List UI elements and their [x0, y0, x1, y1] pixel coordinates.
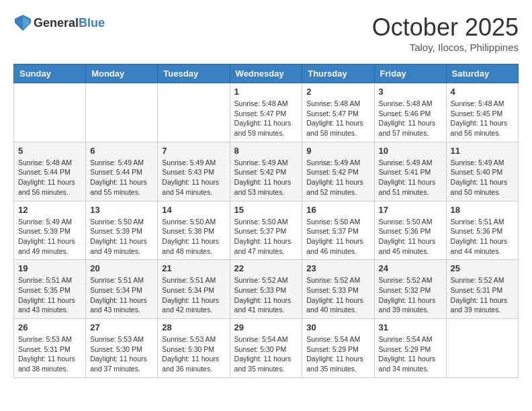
day-number: 26 [18, 322, 81, 332]
day-number: 25 [451, 263, 514, 273]
table-row: 27Sunrise: 5:53 AM Sunset: 5:30 PM Dayli… [86, 319, 158, 378]
calendar-table: Sunday Monday Tuesday Wednesday Thursday… [13, 64, 519, 378]
day-number: 12 [18, 205, 81, 215]
table-row: 16Sunrise: 5:50 AM Sunset: 5:37 PM Dayli… [302, 201, 374, 260]
logo: GeneralBlue [13, 13, 105, 32]
day-info: Sunrise: 5:51 AM Sunset: 5:35 PM Dayligh… [18, 275, 81, 315]
table-row: 25Sunrise: 5:52 AM Sunset: 5:31 PM Dayli… [446, 260, 518, 319]
table-row: 8Sunrise: 5:49 AM Sunset: 5:42 PM Daylig… [230, 142, 302, 201]
table-row: 29Sunrise: 5:54 AM Sunset: 5:30 PM Dayli… [230, 319, 302, 378]
day-number: 5 [18, 146, 81, 156]
table-row [158, 83, 230, 142]
day-info: Sunrise: 5:49 AM Sunset: 5:43 PM Dayligh… [162, 158, 225, 197]
day-number: 29 [234, 322, 298, 332]
table-row: 18Sunrise: 5:51 AM Sunset: 5:36 PM Dayli… [446, 201, 518, 260]
day-info: Sunrise: 5:49 AM Sunset: 5:44 PM Dayligh… [90, 158, 153, 197]
table-row: 5Sunrise: 5:48 AM Sunset: 5:44 PM Daylig… [14, 142, 86, 201]
day-info: Sunrise: 5:51 AM Sunset: 5:34 PM Dayligh… [90, 275, 153, 315]
calendar-week-5: 26Sunrise: 5:53 AM Sunset: 5:31 PM Dayli… [14, 319, 519, 378]
table-row: 30Sunrise: 5:54 AM Sunset: 5:29 PM Dayli… [302, 319, 374, 378]
header-wednesday: Wednesday [230, 64, 302, 83]
day-info: Sunrise: 5:53 AM Sunset: 5:30 PM Dayligh… [90, 334, 153, 374]
header-tuesday: Tuesday [158, 64, 230, 83]
day-number: 7 [162, 146, 225, 156]
day-info: Sunrise: 5:50 AM Sunset: 5:36 PM Dayligh… [379, 217, 442, 257]
table-row: 20Sunrise: 5:51 AM Sunset: 5:34 PM Dayli… [86, 260, 158, 319]
table-row: 28Sunrise: 5:53 AM Sunset: 5:30 PM Dayli… [158, 319, 230, 378]
table-row: 22Sunrise: 5:52 AM Sunset: 5:33 PM Dayli… [230, 260, 302, 319]
table-row: 7Sunrise: 5:49 AM Sunset: 5:43 PM Daylig… [158, 142, 230, 201]
logo-icon [13, 13, 32, 32]
calendar-week-1: 1Sunrise: 5:48 AM Sunset: 5:47 PM Daylig… [14, 83, 519, 142]
day-info: Sunrise: 5:50 AM Sunset: 5:37 PM Dayligh… [234, 217, 298, 257]
day-info: Sunrise: 5:48 AM Sunset: 5:47 PM Dayligh… [306, 99, 369, 138]
day-info: Sunrise: 5:52 AM Sunset: 5:32 PM Dayligh… [379, 275, 442, 315]
day-info: Sunrise: 5:52 AM Sunset: 5:33 PM Dayligh… [234, 275, 298, 315]
day-number: 8 [234, 146, 298, 156]
day-info: Sunrise: 5:54 AM Sunset: 5:30 PM Dayligh… [234, 334, 298, 374]
day-info: Sunrise: 5:48 AM Sunset: 5:44 PM Dayligh… [18, 158, 81, 197]
day-number: 1 [234, 87, 298, 97]
day-info: Sunrise: 5:48 AM Sunset: 5:47 PM Dayligh… [234, 99, 298, 138]
day-number: 24 [379, 263, 442, 273]
day-info: Sunrise: 5:49 AM Sunset: 5:42 PM Dayligh… [234, 158, 298, 197]
day-number: 15 [234, 205, 298, 215]
day-number: 6 [90, 146, 153, 156]
table-row [446, 319, 518, 378]
table-row: 1Sunrise: 5:48 AM Sunset: 5:47 PM Daylig… [230, 83, 302, 142]
day-number: 27 [90, 322, 153, 332]
day-info: Sunrise: 5:54 AM Sunset: 5:29 PM Dayligh… [306, 334, 369, 374]
logo-text-blue: Blue [79, 16, 105, 30]
page-header: GeneralBlue October 2025 Taloy, Ilocos, … [13, 13, 519, 53]
location-subtitle: Taloy, Ilocos, Philippines [372, 42, 519, 53]
day-info: Sunrise: 5:49 AM Sunset: 5:41 PM Dayligh… [379, 158, 442, 197]
table-row [14, 83, 86, 142]
table-row: 10Sunrise: 5:49 AM Sunset: 5:41 PM Dayli… [374, 142, 446, 201]
table-row: 13Sunrise: 5:50 AM Sunset: 5:39 PM Dayli… [86, 201, 158, 260]
day-info: Sunrise: 5:49 AM Sunset: 5:42 PM Dayligh… [306, 158, 369, 197]
month-title: October 2025 [372, 13, 519, 42]
table-row: 17Sunrise: 5:50 AM Sunset: 5:36 PM Dayli… [374, 201, 446, 260]
day-number: 18 [451, 205, 514, 215]
day-info: Sunrise: 5:54 AM Sunset: 5:29 PM Dayligh… [379, 334, 442, 374]
day-number: 4 [451, 87, 514, 97]
day-number: 31 [379, 322, 442, 332]
day-info: Sunrise: 5:50 AM Sunset: 5:37 PM Dayligh… [306, 217, 369, 257]
day-info: Sunrise: 5:50 AM Sunset: 5:39 PM Dayligh… [90, 217, 153, 257]
day-number: 30 [306, 322, 369, 332]
table-row: 3Sunrise: 5:48 AM Sunset: 5:46 PM Daylig… [374, 83, 446, 142]
calendar-week-3: 12Sunrise: 5:49 AM Sunset: 5:39 PM Dayli… [14, 201, 519, 260]
header-thursday: Thursday [302, 64, 374, 83]
day-info: Sunrise: 5:49 AM Sunset: 5:39 PM Dayligh… [18, 217, 81, 257]
day-info: Sunrise: 5:49 AM Sunset: 5:40 PM Dayligh… [451, 158, 514, 197]
table-row: 4Sunrise: 5:48 AM Sunset: 5:45 PM Daylig… [446, 83, 518, 142]
day-info: Sunrise: 5:52 AM Sunset: 5:31 PM Dayligh… [451, 275, 514, 315]
table-row: 15Sunrise: 5:50 AM Sunset: 5:37 PM Dayli… [230, 201, 302, 260]
table-row: 26Sunrise: 5:53 AM Sunset: 5:31 PM Dayli… [14, 319, 86, 378]
day-number: 16 [306, 205, 369, 215]
day-number: 3 [379, 87, 442, 97]
day-number: 13 [90, 205, 153, 215]
header-monday: Monday [86, 64, 158, 83]
calendar-week-4: 19Sunrise: 5:51 AM Sunset: 5:35 PM Dayli… [14, 260, 519, 319]
table-row: 23Sunrise: 5:52 AM Sunset: 5:33 PM Dayli… [302, 260, 374, 319]
table-row: 9Sunrise: 5:49 AM Sunset: 5:42 PM Daylig… [302, 142, 374, 201]
day-number: 17 [379, 205, 442, 215]
day-number: 20 [90, 263, 153, 273]
day-info: Sunrise: 5:48 AM Sunset: 5:46 PM Dayligh… [379, 99, 442, 138]
day-number: 22 [234, 263, 298, 273]
table-row: 19Sunrise: 5:51 AM Sunset: 5:35 PM Dayli… [14, 260, 86, 319]
day-info: Sunrise: 5:48 AM Sunset: 5:45 PM Dayligh… [451, 99, 514, 138]
table-row: 6Sunrise: 5:49 AM Sunset: 5:44 PM Daylig… [86, 142, 158, 201]
day-info: Sunrise: 5:53 AM Sunset: 5:30 PM Dayligh… [162, 334, 225, 374]
day-number: 11 [451, 146, 514, 156]
day-info: Sunrise: 5:52 AM Sunset: 5:33 PM Dayligh… [306, 275, 369, 315]
calendar-week-2: 5Sunrise: 5:48 AM Sunset: 5:44 PM Daylig… [14, 142, 519, 201]
day-number: 19 [18, 263, 81, 273]
table-row: 12Sunrise: 5:49 AM Sunset: 5:39 PM Dayli… [14, 201, 86, 260]
day-number: 21 [162, 263, 225, 273]
calendar-header-row: Sunday Monday Tuesday Wednesday Thursday… [14, 64, 519, 83]
table-row [86, 83, 158, 142]
day-info: Sunrise: 5:50 AM Sunset: 5:38 PM Dayligh… [162, 217, 225, 257]
day-info: Sunrise: 5:51 AM Sunset: 5:36 PM Dayligh… [451, 217, 514, 257]
